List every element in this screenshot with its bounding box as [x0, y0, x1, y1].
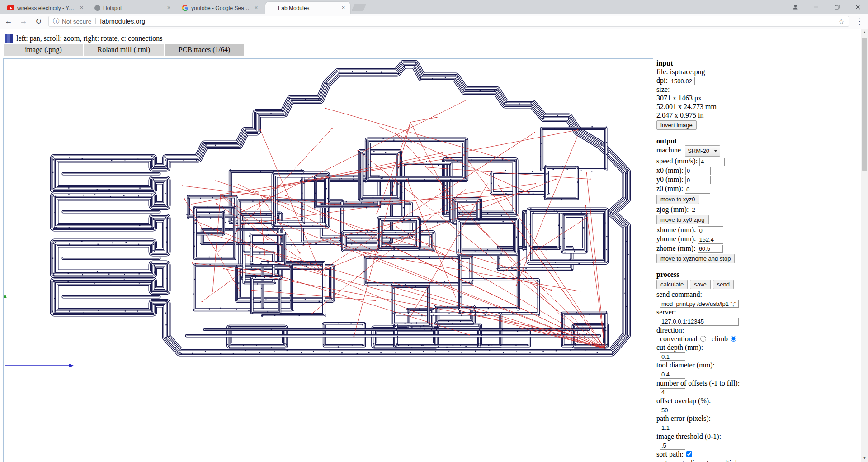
url-text: fabmodules.org [100, 18, 838, 25]
overlap-label: offset overlap (%): [656, 396, 775, 405]
cut-depth-input[interactable] [660, 352, 685, 361]
browser-tab-google-search[interactable]: youtobe - Google Search × [178, 2, 263, 14]
close-button[interactable] [847, 0, 868, 14]
browser-toolbar: ← → ↻ ⓘ Not secure fabmodules.org ☆ ⋮ [0, 14, 868, 29]
control-panel: input file: isptrace.png dpi: size: 3071… [656, 59, 775, 462]
save-button[interactable]: save [690, 280, 710, 289]
url-separator [95, 18, 96, 24]
mode-tabs: image (.png) Roland mill (.rml) PCB trac… [4, 44, 245, 56]
cut-depth-label: cut depth (mm): [656, 343, 775, 352]
sort-path-label: sort path: [656, 450, 684, 458]
tab-strip: wireless electricity - YouT × Hotspot × … [0, 0, 868, 14]
new-tab-button[interactable] [351, 4, 366, 11]
dpi-label: dpi: [656, 76, 668, 84]
y0-input[interactable] [685, 176, 711, 184]
y0-label: y0 (mm): [656, 176, 684, 183]
scrollbar-thumb[interactable] [862, 38, 867, 171]
path-error-input[interactable] [660, 424, 685, 432]
tab-title: Fab Modules [278, 5, 337, 11]
reload-button[interactable]: ↻ [32, 17, 45, 26]
minimize-button[interactable] [806, 0, 826, 14]
fabmodules-logo-icon [5, 34, 13, 43]
forward-button[interactable]: → [17, 17, 30, 26]
threshold-label: image threshold (0-1): [656, 432, 775, 441]
dropdown-arrow-icon [714, 150, 717, 152]
zjog-input[interactable] [691, 206, 716, 214]
calculate-button[interactable]: calculate [656, 280, 688, 289]
z0-label: z0 (mm): [656, 185, 683, 192]
threshold-input[interactable] [660, 442, 685, 450]
menu-icon[interactable]: ⋮ [854, 17, 865, 26]
send-command-label: send command: [656, 290, 775, 299]
mouse-hint-text: left: pan, scroll: zoom, right: rotate, … [16, 34, 162, 43]
xhome-label: xhome (mm): [656, 226, 696, 233]
overlap-input[interactable] [660, 406, 685, 414]
path-error-label: path error (pixels): [656, 414, 775, 423]
send-command-input[interactable] [660, 300, 739, 308]
address-bar[interactable]: ⓘ Not secure fabmodules.org ☆ [48, 16, 849, 27]
toolpath-canvas[interactable] [4, 59, 653, 462]
machine-selected-value: SRM-20 [688, 147, 709, 155]
bookmark-star-icon[interactable]: ☆ [838, 17, 844, 26]
output-section-heading: output [656, 137, 775, 145]
tab-close-icon[interactable]: × [253, 5, 259, 11]
browser-tab-hotspot[interactable]: Hotspot × [91, 2, 176, 14]
hint-row: left: pan, scroll: zoom, right: rotate, … [5, 34, 162, 43]
server-input[interactable] [660, 318, 739, 326]
security-label: Not secure [62, 18, 91, 25]
mode-tab-image-png[interactable]: image (.png) [4, 44, 84, 56]
input-section-heading: input [656, 59, 775, 67]
tab-title: Hotspot [103, 5, 163, 11]
size-px-value: 3071 x 1463 px [656, 94, 775, 102]
dpi-input[interactable] [670, 77, 695, 85]
direction-climb-radio[interactable] [731, 336, 736, 342]
sort-path-checkbox[interactable] [686, 451, 692, 457]
x0-input[interactable] [685, 167, 711, 175]
xhome-input[interactable] [698, 226, 723, 234]
yhome-label: yhome (mm): [656, 235, 696, 243]
profile-icon[interactable] [785, 0, 806, 14]
fabmodules-icon [269, 5, 275, 11]
scroll-down-icon[interactable]: ▼ [861, 455, 868, 462]
move-home-stop-button[interactable]: move to xyzhome and stop [656, 254, 735, 263]
page-scrollbar[interactable]: ▲ ▼ [861, 29, 868, 462]
zhome-input[interactable] [698, 245, 723, 253]
browser-tab-youtube[interactable]: wireless electricity - YouT × [4, 2, 89, 14]
scroll-up-icon[interactable]: ▲ [861, 29, 868, 36]
tab-close-icon[interactable]: × [78, 5, 85, 11]
speed-input[interactable] [699, 158, 725, 166]
tab-title: youtobe - Google Search [191, 5, 250, 11]
tool-diameter-input[interactable] [660, 371, 685, 379]
z0-input[interactable] [685, 186, 710, 194]
info-icon[interactable]: ⓘ [53, 17, 59, 25]
mode-tab-roland-mill[interactable]: Roland mill (.rml) [84, 44, 165, 56]
invert-image-button[interactable]: invert image [656, 120, 697, 130]
zhome-label: zhome (mm): [656, 244, 696, 252]
yhome-input[interactable] [698, 236, 723, 244]
tab-close-icon[interactable]: × [340, 5, 347, 11]
browser-tab-fab-modules[interactable]: Fab Modules × [265, 2, 350, 14]
tool-diameter-label: tool diameter (mm): [656, 361, 775, 369]
climb-label: climb [712, 335, 728, 343]
offsets-input[interactable] [660, 388, 685, 396]
speed-label: speed (mm/s): [656, 157, 698, 165]
back-button[interactable]: ← [2, 17, 15, 26]
direction-conventional-radio[interactable] [700, 336, 706, 342]
server-label: server: [656, 308, 775, 316]
maximize-button[interactable] [826, 0, 847, 14]
tab-close-icon[interactable]: × [165, 5, 172, 11]
page-content: left: pan, scroll: zoom, right: rotate, … [0, 29, 868, 462]
mode-tab-pcb-traces[interactable]: PCB traces (1/64) [165, 44, 245, 56]
site-circle-icon [94, 5, 100, 11]
google-icon [182, 5, 189, 11]
toolpath-viewport [3, 58, 653, 462]
size-in-value: 2.047 x 0.975 in [656, 111, 775, 119]
move-to-xyz0-button[interactable]: move to xyz0 [656, 195, 699, 204]
move-to-xy0-zjog-button[interactable]: move to xy0 zjog [656, 215, 709, 224]
send-button[interactable]: send [713, 280, 734, 289]
sort-merge-label: sort merge diameter multiple: [656, 458, 775, 462]
process-section-heading: process [656, 270, 775, 279]
machine-select[interactable]: SRM-20 [685, 145, 720, 157]
offsets-label: number of offsets (-1 to fill): [656, 379, 775, 387]
machine-label: machine [656, 147, 681, 154]
